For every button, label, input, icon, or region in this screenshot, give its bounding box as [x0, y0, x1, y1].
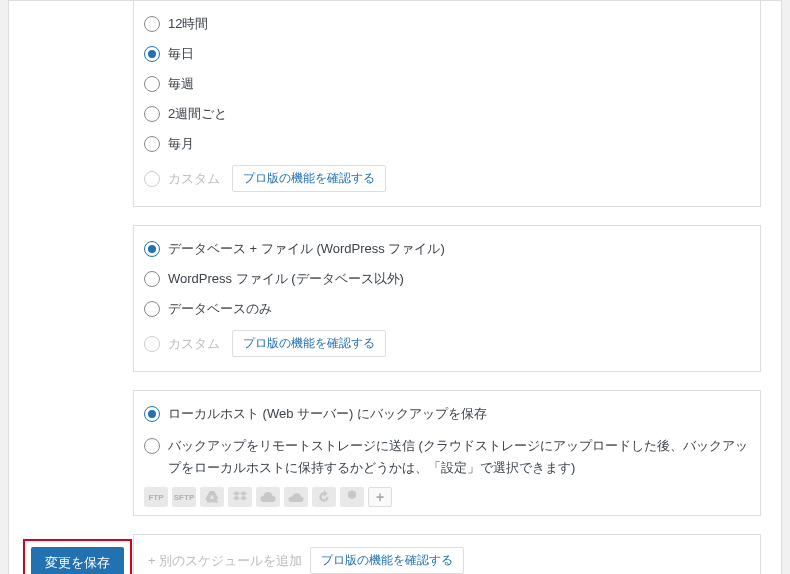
radio-icon [144, 241, 160, 257]
settings-inner: 12時間 毎日 毎週 2週間ごと 毎月 カスタム プロ版の機能を確認する [9, 1, 781, 574]
radio-icon [144, 271, 160, 287]
gdrive-icon [200, 487, 224, 507]
freq-label: 毎日 [168, 45, 194, 63]
content-label: データベースのみ [168, 300, 272, 318]
freq-label: カスタム [168, 170, 220, 188]
radio-icon [144, 438, 160, 454]
radio-icon [144, 336, 160, 352]
freq-option-monthly[interactable]: 毎月 [144, 129, 750, 159]
cloud-icon [256, 487, 280, 507]
add-schedule-label: + 別のスケジュールを追加 [148, 552, 302, 570]
content-label: WordPress ファイル (データベース以外) [168, 270, 404, 288]
radio-icon [144, 136, 160, 152]
pro-link[interactable]: プロ版の機能を確認する [232, 330, 386, 357]
onedrive-icon [284, 487, 308, 507]
freq-option-custom: カスタム プロ版の機能を確認する [144, 159, 750, 198]
freq-option-12h[interactable]: 12時間 [144, 9, 750, 39]
content-label: データベース + ファイル (WordPress ファイル) [168, 240, 445, 258]
content-section: データベース + ファイル (WordPress ファイル) WordPress… [133, 225, 761, 372]
save-button[interactable]: 変更を保存 [31, 547, 124, 574]
add-schedule-row: + 別のスケジュールを追加 プロ版の機能を確認する [133, 534, 761, 574]
ftp-icon: FTP [144, 487, 168, 507]
freq-label: 毎月 [168, 135, 194, 153]
content-label: カスタム [168, 335, 220, 353]
dropbox-icon [228, 487, 252, 507]
radio-icon [144, 106, 160, 122]
pro-link[interactable]: プロ版の機能を確認する [232, 165, 386, 192]
radio-icon [144, 76, 160, 92]
settings-page: 12時間 毎日 毎週 2週間ごと 毎月 カスタム プロ版の機能を確認する [8, 0, 782, 574]
dest-option-remote[interactable]: バックアップをリモートストレージに送信 (クラウドストレージにアップロードした後… [144, 429, 750, 481]
radio-icon [144, 46, 160, 62]
content-option-db[interactable]: データベースのみ [144, 294, 750, 324]
sync-icon [312, 487, 336, 507]
pro-link[interactable]: プロ版の機能を確認する [310, 547, 464, 574]
freq-option-weekly[interactable]: 毎週 [144, 69, 750, 99]
freq-option-daily[interactable]: 毎日 [144, 39, 750, 69]
radio-icon [144, 406, 160, 422]
save-area: 変更を保存 [23, 539, 132, 574]
freq-label: 12時間 [168, 15, 208, 33]
svg-point-0 [348, 491, 356, 499]
add-storage-icon[interactable]: + [368, 487, 392, 507]
dest-label: バックアップをリモートストレージに送信 (クラウドストレージにアップロードした後… [168, 435, 750, 479]
freq-label: 2週間ごと [168, 105, 227, 123]
dest-option-local[interactable]: ローカルホスト (Web サーバー) にバックアップを保存 [144, 399, 750, 429]
radio-icon [144, 16, 160, 32]
save-highlight: 変更を保存 [23, 539, 132, 574]
dest-label: ローカルホスト (Web サーバー) にバックアップを保存 [168, 405, 487, 423]
radio-icon [144, 301, 160, 317]
content-option-files[interactable]: WordPress ファイル (データベース以外) [144, 264, 750, 294]
freq-label: 毎週 [168, 75, 194, 93]
sftp-icon: SFTP [172, 487, 196, 507]
content-option-custom: カスタム プロ版の機能を確認する [144, 324, 750, 363]
storage-icons: FTP SFTP + [144, 487, 750, 507]
destination-section: ローカルホスト (Web サーバー) にバックアップを保存 バックアップをリモー… [133, 390, 761, 516]
frequency-section: 12時間 毎日 毎週 2週間ごと 毎月 カスタム プロ版の機能を確認する [133, 1, 761, 207]
radio-icon [144, 171, 160, 187]
content-option-dbfiles[interactable]: データベース + ファイル (WordPress ファイル) [144, 234, 750, 264]
region-icon [340, 487, 364, 507]
freq-option-biweekly[interactable]: 2週間ごと [144, 99, 750, 129]
